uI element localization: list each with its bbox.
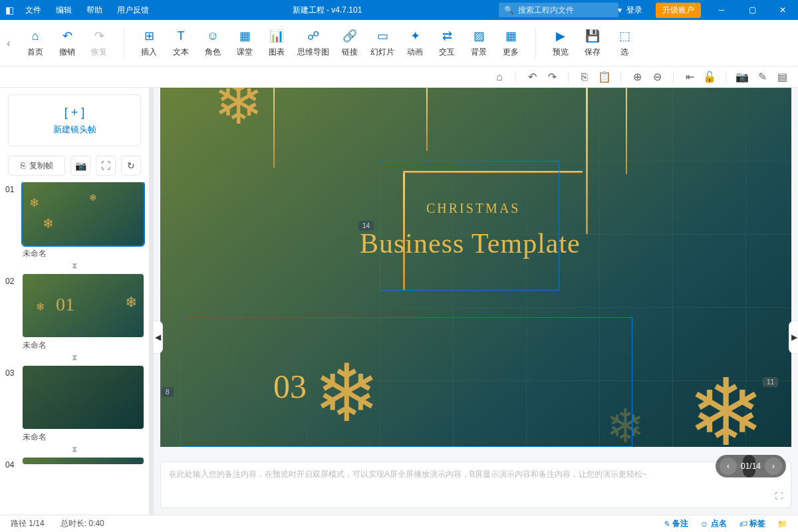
new-frame-button[interactable]: [ + ] 新建镜头帧	[8, 94, 141, 146]
ribbon-insert[interactable]: ⊞插入	[134, 23, 164, 63]
tool-home-icon[interactable]: ⌂	[493, 70, 506, 84]
login-button[interactable]: 登录	[618, 5, 650, 16]
ribbon-more[interactable]: ▦更多	[495, 23, 526, 63]
ribbon-link[interactable]: 🔗链接	[334, 23, 365, 63]
save-icon: 💾	[585, 28, 600, 44]
status-path: 路径 1/14	[11, 518, 45, 529]
tool-camera-icon[interactable]: 📷	[735, 70, 749, 84]
frame-thumb-2[interactable]: 01❄❄	[23, 274, 144, 337]
star-icon: ✦	[407, 28, 423, 44]
interact-icon: ⇄	[439, 28, 455, 44]
ribbon-interact[interactable]: ⇄交互	[432, 23, 462, 63]
ribbon-role[interactable]: ☺角色	[198, 23, 228, 63]
home-icon: ⌂	[27, 28, 43, 44]
camera-button[interactable]: 📷	[70, 156, 90, 176]
frame-item-1[interactable]: 01❄❄❄ 未命名 ⧗	[5, 182, 144, 270]
selection-box-2[interactable]	[180, 317, 632, 447]
canvas[interactable]: ❄ ❄ ❄ ❄ CHRISTMAS Business Template 03 1…	[160, 88, 791, 447]
grid-icon: ▦	[503, 28, 519, 44]
slide-icon: ▭	[374, 28, 390, 44]
frame-item-4[interactable]: 04	[5, 458, 144, 469]
frame-thumb-3[interactable]	[23, 366, 144, 429]
window-title: 新建工程 - v4.7.101	[156, 5, 499, 16]
ribbon-text[interactable]: T文本	[166, 23, 196, 63]
status-folder-icon[interactable]: 📁	[777, 519, 787, 529]
class-icon: ▦	[237, 28, 253, 44]
tool-layout-icon[interactable]: ▤	[775, 70, 789, 84]
maximize-button[interactable]: ▢	[737, 0, 767, 20]
collapse-left-button[interactable]: ◀	[154, 321, 163, 354]
ribbon-chart[interactable]: 📊图表	[261, 23, 292, 63]
tool-copy-icon[interactable]: ⎘	[578, 70, 591, 84]
badge-11: 11	[763, 377, 778, 387]
timer-icon: ⧗	[5, 352, 144, 362]
tag-icon: 🏷	[739, 519, 747, 529]
tool-lock-icon[interactable]: 🔓	[703, 70, 716, 84]
pager-next[interactable]: ›	[765, 458, 782, 475]
timer-icon: ⧗	[5, 444, 144, 454]
tool-zoomout-icon[interactable]: ⊖	[650, 70, 664, 84]
tool-rotate-left-icon[interactable]: ↶	[525, 70, 539, 84]
tool-zoomin-icon[interactable]: ⊕	[630, 70, 644, 84]
scan-button[interactable]: ⛶	[96, 156, 116, 176]
menu-edit[interactable]: 编辑	[49, 2, 78, 19]
status-tag-button[interactable]: 🏷标签	[739, 518, 765, 529]
ribbon-home[interactable]: ⌂首页	[20, 23, 51, 63]
tool-rotate-right-icon[interactable]: ↷	[545, 70, 559, 84]
notes-area[interactable]: 在此处输入您的备注内容，在预览时开启双屏模式，可以实现A屏全屏播放演示内容，B屏…	[160, 462, 791, 508]
upgrade-button[interactable]: 升级账户	[656, 3, 701, 18]
undo-icon: ↶	[59, 28, 75, 44]
frame-thumb-4[interactable]	[23, 458, 144, 464]
search-icon: 🔍	[504, 5, 514, 15]
pager-text: 01/14	[741, 462, 761, 471]
mindmap-icon: ☍	[305, 28, 321, 44]
menu-feedback[interactable]: 用户反馈	[110, 2, 156, 19]
ribbon-redo[interactable]: ↷恢复	[84, 23, 114, 63]
chart-icon: 📊	[269, 28, 285, 44]
ribbon-select[interactable]: ⬚选	[609, 23, 640, 63]
ribbon-save[interactable]: 💾保存	[577, 23, 608, 63]
expand-icon[interactable]: ⛶	[775, 491, 783, 501]
menu-file[interactable]: 文件	[19, 2, 48, 19]
tool-align-icon[interactable]: ⇤	[683, 70, 696, 84]
minimize-button[interactable]: ─	[706, 0, 737, 20]
frame-item-2[interactable]: 0201❄❄ 未命名 ⧗	[5, 274, 144, 362]
redo-icon: ↷	[91, 28, 107, 44]
app-logo: ◧	[0, 1, 19, 19]
badge-14: 14	[358, 221, 374, 231]
frame-thumb-1[interactable]: ❄❄❄	[23, 182, 144, 245]
person-icon: ☺	[700, 519, 708, 529]
collapse-right-button[interactable]: ▶	[789, 321, 798, 354]
pager-prev[interactable]: ‹	[720, 458, 737, 475]
status-notes-button[interactable]: ✎备注	[663, 518, 688, 529]
ribbon-mindmap[interactable]: ☍思维导图	[293, 23, 333, 63]
ribbon-scroll-left[interactable]: ‹	[3, 23, 15, 63]
ribbon-preview[interactable]: ▶预览	[545, 23, 576, 63]
pager: ‹ 01/14 ›	[716, 455, 786, 477]
refresh-button[interactable]: ↻	[121, 156, 141, 176]
text-icon: T	[173, 28, 189, 44]
badge-8: 8	[162, 387, 174, 397]
status-like-button[interactable]: ☺点名	[700, 518, 727, 529]
copy-icon: ⎘	[21, 161, 25, 170]
close-button[interactable]: ✕	[767, 0, 798, 20]
ribbon-bg[interactable]: ▨背景	[464, 23, 494, 63]
copy-frame-button[interactable]: ⎘复制帧	[8, 156, 65, 176]
plus-icon: [ + ]	[65, 106, 85, 120]
menu-help[interactable]: 帮助	[80, 2, 109, 19]
play-icon: ▶	[553, 28, 569, 44]
bg-icon: ▨	[471, 28, 487, 44]
selection-box[interactable]	[380, 161, 559, 291]
note-icon: ✎	[663, 519, 670, 529]
ribbon-undo[interactable]: ↶撤销	[52, 23, 82, 63]
frame-item-3[interactable]: 03 未命名 ⧗	[5, 366, 144, 454]
status-duration: 总时长: 0:40	[61, 518, 104, 529]
tool-paste-icon[interactable]: 📋	[598, 70, 611, 84]
ribbon-anim[interactable]: ✦动画	[400, 23, 430, 63]
tool-edit-icon[interactable]: ✎	[755, 70, 769, 84]
ribbon-class[interactable]: ▦课堂	[229, 23, 260, 63]
search-box[interactable]: 🔍 ▾	[499, 3, 618, 17]
search-input[interactable]	[518, 5, 618, 15]
ribbon-slide[interactable]: ▭幻灯片	[366, 23, 398, 63]
link-icon: 🔗	[342, 28, 358, 44]
